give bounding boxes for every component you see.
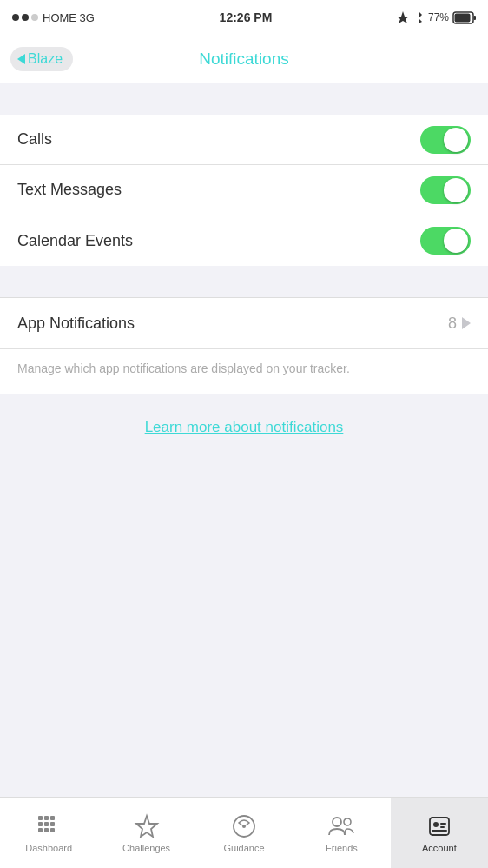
tab-dashboard-label: Dashboard [25, 843, 72, 853]
status-left: HOME 3G [12, 11, 95, 24]
learn-more-link[interactable]: Learn more about notifications [145, 419, 344, 435]
svg-rect-11 [44, 828, 49, 832]
settings-list: Calls Text Messages Calendar Events [0, 115, 488, 266]
calls-row: Calls [0, 115, 488, 165]
dashboard-icon [36, 813, 62, 839]
battery-percent: 77% [428, 11, 449, 23]
app-notifications-row[interactable]: App Notifications 8 [0, 298, 488, 348]
app-notifications-label: App Notifications [17, 315, 135, 333]
app-notifications-description: Manage which app notifications are displ… [17, 361, 350, 375]
text-messages-toggle[interactable] [420, 176, 471, 204]
calls-label: Calls [17, 130, 52, 149]
toggle-thumb [444, 178, 468, 202]
account-icon [426, 813, 452, 839]
status-bar: HOME 3G 12:26 PM 77% [0, 0, 488, 35]
battery-icon [453, 12, 476, 23]
app-notifications-count: 8 [448, 315, 457, 333]
text-messages-label: Text Messages [17, 181, 122, 199]
svg-point-17 [344, 818, 351, 825]
tab-guidance-label: Guidance [223, 843, 264, 853]
status-time: 12:26 PM [220, 10, 273, 24]
svg-rect-4 [38, 816, 43, 820]
calendar-events-toggle[interactable] [420, 227, 471, 255]
text-messages-row: Text Messages [0, 165, 488, 215]
svg-rect-5 [44, 816, 49, 820]
svg-rect-20 [440, 823, 446, 825]
svg-rect-6 [50, 816, 55, 820]
calendar-events-label: Calendar Events [17, 232, 133, 250]
toggle-thumb [444, 229, 468, 253]
tab-account-label: Account [422, 843, 457, 853]
svg-rect-10 [38, 828, 43, 832]
svg-point-19 [433, 822, 439, 827]
toggle-thumb [444, 128, 468, 152]
svg-point-15 [242, 825, 246, 828]
app-notifications-right: 8 [448, 315, 471, 333]
status-right: 77% [397, 11, 476, 23]
challenges-icon [134, 813, 160, 839]
tab-bar: Dashboard Challenges Guidance [0, 797, 488, 868]
tab-account[interactable]: Account [391, 798, 488, 868]
page-title: Notifications [199, 50, 289, 69]
svg-rect-12 [50, 828, 55, 832]
back-arrow-icon [17, 54, 25, 64]
svg-marker-0 [397, 11, 409, 23]
back-button[interactable]: Blaze [10, 47, 73, 71]
tab-guidance[interactable]: Guidance [195, 798, 293, 868]
tab-friends[interactable]: Friends [293, 798, 390, 868]
app-notifications-description-container: Manage which app notifications are displ… [0, 348, 488, 394]
friends-icon [328, 813, 354, 839]
calendar-events-row: Calendar Events [0, 215, 488, 266]
calls-toggle[interactable] [420, 126, 471, 154]
learn-more-section: Learn more about notifications [0, 394, 488, 461]
guidance-icon [231, 813, 257, 839]
signal-dots [12, 14, 38, 21]
svg-rect-9 [50, 822, 55, 826]
svg-rect-3 [454, 13, 470, 22]
location-icon [397, 11, 409, 23]
tab-dashboard[interactable]: Dashboard [0, 798, 97, 868]
section-divider-2 [0, 266, 488, 297]
svg-rect-18 [430, 818, 449, 835]
svg-rect-7 [38, 822, 43, 826]
tab-friends-label: Friends [326, 843, 358, 853]
chevron-right-icon [462, 317, 471, 329]
svg-rect-21 [440, 826, 445, 828]
nav-bar: Blaze Notifications [0, 35, 488, 83]
svg-point-16 [333, 818, 341, 826]
svg-rect-22 [432, 830, 447, 832]
svg-marker-13 [136, 816, 157, 837]
tab-challenges[interactable]: Challenges [97, 798, 195, 868]
back-label: Blaze [28, 51, 63, 67]
app-notifications-section: App Notifications 8 Manage which app not… [0, 297, 488, 394]
carrier-label: HOME 3G [43, 11, 95, 24]
svg-rect-8 [44, 822, 49, 826]
bluetooth-icon [413, 11, 424, 23]
tab-challenges-label: Challenges [122, 843, 170, 853]
svg-rect-2 [473, 16, 476, 20]
section-divider-top [0, 83, 488, 115]
